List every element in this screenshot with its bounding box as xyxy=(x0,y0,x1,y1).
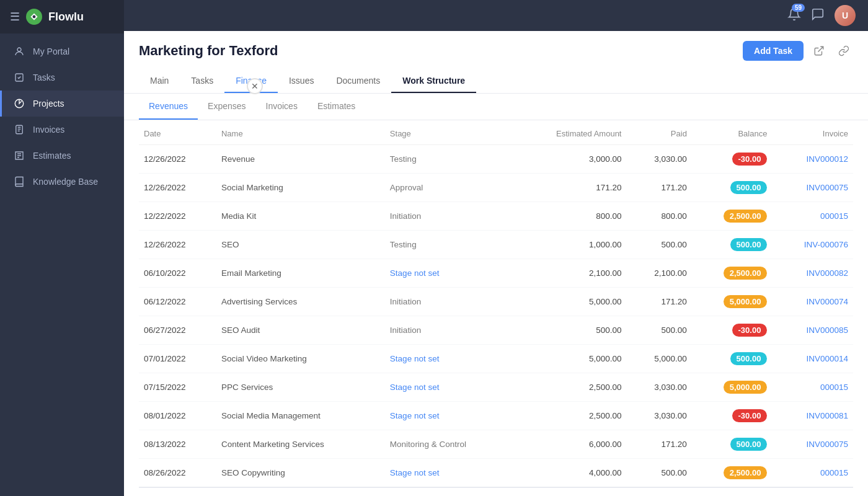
svg-point-0 xyxy=(33,16,36,19)
cell-estimated: 800.00 xyxy=(514,202,627,231)
cell-invoice[interactable]: INV000075 xyxy=(772,430,853,459)
cell-estimated: 171.20 xyxy=(514,174,627,202)
tab-tasks[interactable]: Tasks xyxy=(180,69,224,93)
cell-invoice[interactable]: 000015 xyxy=(772,373,853,402)
cell-name: Media Kit xyxy=(216,202,385,231)
cell-invoice[interactable]: INV000014 xyxy=(772,345,853,373)
cell-invoice[interactable]: INV000012 xyxy=(772,145,853,174)
cell-date: 12/26/2022 xyxy=(139,174,216,202)
cell-paid: 800.00 xyxy=(626,202,691,231)
cell-invoice[interactable]: 000015 xyxy=(772,459,853,488)
sidebar-item-tasks[interactable]: Tasks xyxy=(0,64,124,91)
table-row: 12/26/2022 Revenue Testing 3,000.00 3,03… xyxy=(139,145,853,174)
cell-stage: Testing xyxy=(385,145,514,174)
cell-name: SEO Copywriting xyxy=(216,459,385,488)
cell-estimated: 3,000.00 xyxy=(514,145,627,174)
tab-main[interactable]: Main xyxy=(139,69,180,93)
total-balance: 20,000.00 xyxy=(692,487,773,496)
sidebar-item-estimates[interactable]: Estimates xyxy=(0,143,124,169)
cell-balance: 5,000.00 xyxy=(692,288,773,316)
cell-date: 07/01/2022 xyxy=(139,345,216,373)
link-button[interactable] xyxy=(835,42,853,60)
tasks-icon xyxy=(13,71,25,84)
table-row: 06/10/2022 Email Marketing Stage not set… xyxy=(139,259,853,288)
estimates-icon xyxy=(13,149,25,162)
cell-stage: Initiation xyxy=(385,288,514,316)
cell-balance: 500.00 xyxy=(692,174,773,202)
cell-balance: -30.00 xyxy=(692,316,773,345)
cell-invoice[interactable]: INV000074 xyxy=(772,288,853,316)
balance-badge: -30.00 xyxy=(732,153,768,166)
cell-invoice[interactable]: INV-000076 xyxy=(772,231,853,259)
sub-tab-invoices[interactable]: Invoices xyxy=(256,94,308,120)
cell-stage: Approval xyxy=(385,174,514,202)
cell-balance: 500.00 xyxy=(692,231,773,259)
col-name: Name xyxy=(216,120,385,145)
cell-paid: 500.00 xyxy=(626,316,691,345)
invoices-icon xyxy=(13,123,25,136)
table-row: 12/22/2022 Media Kit Initiation 800.00 8… xyxy=(139,202,853,231)
content-panel: ✕ Marketing for Texford Add Task Main xyxy=(124,31,868,496)
tab-work-structure[interactable]: Work Structure xyxy=(391,69,476,93)
cell-balance: -30.00 xyxy=(692,402,773,430)
sidebar-label-my-portal: My Portal xyxy=(33,46,69,56)
cell-name: Content Marketing Services xyxy=(216,430,385,459)
col-estimated: Estimated Amount xyxy=(514,120,627,145)
sidebar-nav: My Portal Tasks Projects Invoices xyxy=(0,33,124,496)
col-balance: Balance xyxy=(692,120,773,145)
col-date: Date xyxy=(139,120,216,145)
sub-tab-expenses[interactable]: Expenses xyxy=(198,94,255,120)
cell-estimated: 4,000.00 xyxy=(514,459,627,488)
cell-name: Revenue xyxy=(216,145,385,174)
cell-paid: 3,030.00 xyxy=(626,402,691,430)
sidebar-item-invoices[interactable]: Invoices xyxy=(0,117,124,143)
table-row: 08/01/2022 Social Media Management Stage… xyxy=(139,402,853,430)
hamburger-icon[interactable]: ☰ xyxy=(10,10,20,24)
tab-documents[interactable]: Documents xyxy=(325,69,391,93)
panel-title-row: Marketing for Texford Add Task xyxy=(139,41,853,61)
avatar[interactable]: U xyxy=(835,5,856,26)
cell-balance: 500.00 xyxy=(692,345,773,373)
sub-tab-revenues[interactable]: Revenues xyxy=(139,94,198,120)
notifications-button[interactable]: 59 xyxy=(787,7,801,24)
cell-invoice[interactable]: INV000081 xyxy=(772,402,853,430)
cell-paid: 2,100.00 xyxy=(626,259,691,288)
cell-balance: 2,500.00 xyxy=(692,459,773,488)
add-task-button[interactable]: Add Task xyxy=(743,41,804,61)
svg-line-5 xyxy=(818,46,823,51)
col-invoice: Invoice xyxy=(772,120,853,145)
cell-date: 07/15/2022 xyxy=(139,373,216,402)
sub-tab-estimates[interactable]: Estimates xyxy=(308,94,365,120)
app-name: Flowlu xyxy=(48,11,84,24)
total-invoice-placeholder xyxy=(772,487,853,496)
cell-date: 08/13/2022 xyxy=(139,430,216,459)
sidebar-item-my-portal[interactable]: My Portal xyxy=(0,38,124,64)
topbar: 59 U xyxy=(124,0,868,31)
cell-invoice[interactable]: INV000085 xyxy=(772,316,853,345)
cell-stage: Stage not set xyxy=(385,373,514,402)
main-area: 59 U ✕ Marketing for Texford Add Task xyxy=(124,0,868,496)
cell-date: 06/27/2022 xyxy=(139,316,216,345)
sidebar-header: ☰ Flowlu xyxy=(0,0,124,33)
sub-tabs: Revenues Expenses Invoices Estimates xyxy=(124,94,868,120)
close-button[interactable]: ✕ xyxy=(247,78,263,94)
cell-balance: 2,500.00 xyxy=(692,202,773,231)
cell-paid: 171.20 xyxy=(626,288,691,316)
cell-stage: Testing xyxy=(385,231,514,259)
col-paid: Paid xyxy=(626,120,691,145)
cell-name: Social Media Management xyxy=(216,402,385,430)
cell-invoice[interactable]: INV000082 xyxy=(772,259,853,288)
cell-paid: 500.00 xyxy=(626,459,691,488)
balance-badge: 500.00 xyxy=(730,352,768,365)
cell-invoice[interactable]: INV000075 xyxy=(772,174,853,202)
tab-issues[interactable]: Issues xyxy=(278,69,325,93)
sidebar-label-tasks: Tasks xyxy=(33,73,55,82)
sidebar-item-knowledge-base[interactable]: Knowledge Base xyxy=(0,169,124,195)
cell-stage: Stage not set xyxy=(385,345,514,373)
messages-button[interactable] xyxy=(811,7,825,24)
cell-estimated: 2,100.00 xyxy=(514,259,627,288)
sidebar-item-projects[interactable]: Projects xyxy=(0,91,124,117)
cell-name: Social Video Marketing xyxy=(216,345,385,373)
external-link-button[interactable] xyxy=(810,42,828,60)
cell-invoice[interactable]: 000015 xyxy=(772,202,853,231)
